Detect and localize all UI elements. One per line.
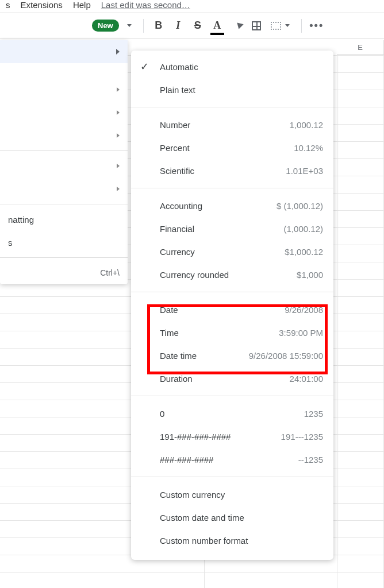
format-sample: 9/26/2008 15:59:00: [249, 351, 323, 361]
format-option-duration[interactable]: Duration 24:01:00: [131, 367, 333, 390]
menu-divider: [0, 204, 128, 204]
format-option-custom1[interactable]: 191-###-###-#### 191---1235: [131, 425, 333, 448]
format-menu-item-alternating[interactable]: s: [0, 231, 128, 254]
format-label: ###-###-####: [160, 455, 213, 465]
format-label: 191-###-###-####: [160, 432, 231, 442]
format-menu-item[interactable]: [0, 154, 128, 177]
new-badge: New: [92, 20, 119, 32]
menu-divider: [131, 188, 333, 188]
column-header-e[interactable]: E: [337, 40, 384, 55]
format-option-custom2[interactable]: ###-###-#### --1235: [131, 448, 333, 471]
fill-color-button[interactable]: [229, 18, 245, 34]
menu-item-help[interactable]: Help: [73, 0, 91, 10]
format-label: Time: [160, 328, 179, 338]
format-option-custom0[interactable]: 0 1235: [131, 402, 333, 425]
toolbar: New B I S A •••: [0, 13, 384, 39]
strikethrough-button[interactable]: S: [190, 18, 206, 34]
format-option-custom-currency[interactable]: Custom currency: [131, 483, 333, 506]
menu-item-partial[interactable]: s: [6, 0, 10, 10]
format-menu-item-conditional[interactable]: natting: [0, 208, 128, 231]
format-option-datetime[interactable]: Date time 9/26/2008 15:59:00: [131, 344, 333, 367]
format-sample: 24:01:00: [290, 374, 323, 384]
format-label: Currency rounded: [160, 270, 229, 280]
format-option-currency[interactable]: Currency $1,000.12: [131, 240, 333, 263]
format-sample: $1,000: [297, 270, 323, 280]
format-label: Percent: [160, 143, 190, 153]
format-option-financial[interactable]: Financial (1,000.12): [131, 217, 333, 240]
format-option-percent[interactable]: Percent 10.12%: [131, 136, 333, 159]
menu-divider: [0, 150, 128, 151]
format-option-time[interactable]: Time 3:59:00 PM: [131, 321, 333, 344]
format-option-scientific[interactable]: Scientific 1.01E+03: [131, 159, 333, 182]
format-label: Plain text: [160, 85, 195, 95]
submenu-arrow-icon: [117, 164, 120, 168]
format-option-plaintext[interactable]: Plain text: [131, 78, 333, 101]
menu-item-extensions[interactable]: Extensions: [21, 0, 63, 10]
format-label: Date time: [160, 351, 197, 361]
bold-button[interactable]: B: [151, 18, 167, 34]
more-button[interactable]: •••: [309, 18, 325, 34]
format-label: Financial: [160, 224, 194, 234]
submenu-arrow-icon: [117, 187, 120, 191]
format-menu-item-clear[interactable]: Ctrl+\: [0, 261, 128, 284]
last-edit-status[interactable]: Last edit was second…: [101, 0, 190, 10]
format-option-automatic[interactable]: ✓ Automatic: [131, 55, 333, 78]
merge-cells-icon: [271, 22, 281, 30]
menu-divider: [0, 257, 128, 258]
submenu-arrow-icon: [117, 87, 120, 92]
format-sample: (1,000.12): [284, 224, 323, 234]
dropdown-caret-icon[interactable]: [127, 24, 132, 27]
format-option-accounting[interactable]: Accounting $ (1,000.12): [131, 194, 333, 217]
format-menu-item[interactable]: [0, 78, 128, 101]
format-label: Scientific: [160, 166, 194, 176]
merge-button[interactable]: [268, 18, 284, 34]
format-label: Custom date and time: [160, 513, 244, 523]
format-sample: 9/26/2008: [285, 305, 323, 315]
format-option-custom-number[interactable]: Custom number format: [131, 529, 333, 552]
menu-divider: [131, 107, 333, 107]
format-label: Accounting: [160, 201, 202, 211]
format-sample: 1.01E+03: [286, 166, 323, 176]
format-menu-item[interactable]: [0, 101, 128, 124]
borders-icon: [252, 21, 261, 30]
dropdown-caret-icon[interactable]: [285, 24, 290, 27]
format-option-date[interactable]: Date 9/26/2008: [131, 298, 333, 321]
grid-line: [0, 572, 384, 572]
format-menu-item[interactable]: [0, 177, 128, 200]
menu-divider: [131, 292, 333, 292]
menu-divider: [131, 477, 333, 477]
format-label: Duration: [160, 374, 193, 384]
submenu-arrow-icon: [116, 49, 120, 55]
format-label: Automatic: [160, 62, 198, 72]
format-label: Currency: [160, 247, 195, 257]
italic-button[interactable]: I: [170, 18, 186, 34]
number-format-menu: ✓ Automatic Plain text Number 1,000.12 P…: [131, 51, 333, 560]
format-sample: 191---1235: [281, 432, 323, 442]
submenu-arrow-icon: [117, 133, 120, 138]
format-sample: --1235: [298, 455, 323, 465]
format-menu-item-number[interactable]: [0, 40, 128, 63]
toolbar-separator: [301, 19, 302, 33]
format-label: Date: [160, 305, 178, 315]
menubar: s Extensions Help Last edit was second…: [0, 0, 384, 13]
checkmark-icon: ✓: [140, 60, 149, 73]
text-color-button[interactable]: A: [209, 18, 225, 34]
format-option-currency-rounded[interactable]: Currency rounded $1,000: [131, 263, 333, 286]
format-sample: $1,000.12: [285, 247, 323, 257]
format-option-custom-datetime[interactable]: Custom date and time: [131, 506, 333, 529]
format-sample: $ (1,000.12): [277, 201, 323, 211]
format-sample: 1,000.12: [290, 120, 323, 130]
paint-bucket-icon: [232, 21, 242, 31]
format-label: Number: [160, 120, 190, 130]
format-menu: natting s Ctrl+\: [0, 40, 128, 284]
format-label: Custom number format: [160, 536, 248, 546]
format-sample: 1235: [304, 409, 323, 419]
borders-button[interactable]: [248, 18, 264, 34]
format-option-number[interactable]: Number 1,000.12: [131, 113, 333, 136]
grid-line: [337, 55, 337, 588]
format-label: Custom currency: [160, 490, 225, 500]
format-label: 0: [160, 409, 164, 419]
menu-item-label: natting: [8, 215, 120, 225]
format-sample: 10.12%: [294, 143, 323, 153]
format-menu-item[interactable]: [0, 124, 128, 147]
